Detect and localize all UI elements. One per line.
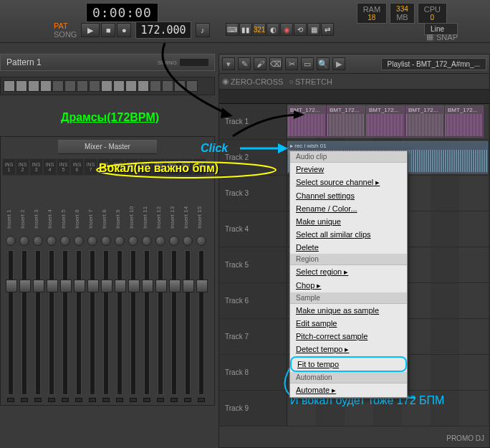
ins-label[interactable]: INS 3	[29, 158, 43, 176]
audio-clip[interactable]: BMT_172...	[366, 105, 405, 138]
insert-col[interactable]: Insert 10	[125, 193, 138, 229]
insert-col[interactable]: Insert 5	[57, 193, 70, 229]
fader[interactable]	[31, 236, 44, 402]
fader[interactable]	[99, 236, 112, 402]
fader[interactable]	[126, 236, 140, 402]
pat-song-toggle[interactable]: PAT SONG	[54, 22, 77, 39]
menu-pitch-correct[interactable]: Pitch-correct sample	[290, 330, 407, 343]
mixer-title[interactable]: Mixer - Master	[58, 140, 157, 154]
insert-col[interactable]: Insert 4	[43, 193, 57, 229]
track-label[interactable]: Track 1	[219, 104, 287, 139]
track-label[interactable]: Track 2	[219, 140, 287, 175]
insert-col[interactable]: Insert 7	[84, 193, 97, 229]
insert-col[interactable]: Insert 6	[70, 193, 84, 229]
ins-label[interactable]: INS 1	[2, 158, 16, 176]
swing-slider[interactable]	[180, 59, 208, 66]
context-menu: Audio clip Preview Select source channel…	[289, 151, 408, 398]
insert-col[interactable]: Insert 9	[111, 193, 125, 229]
play-button[interactable]: ▶	[81, 23, 100, 37]
fader[interactable]	[112, 236, 126, 402]
pl-cut-icon[interactable]: ✂	[285, 57, 298, 70]
pl-brush-icon[interactable]: 🖌	[254, 57, 266, 70]
pl-erase-icon[interactable]: ⌫	[269, 57, 282, 70]
ins-label[interactable]: INS 5	[57, 158, 70, 176]
track-label[interactable]: Track 8	[219, 355, 287, 390]
stop-button[interactable]: ■	[101, 23, 115, 37]
audio-clip[interactable]: BMT_172...	[445, 105, 484, 138]
menu-automate[interactable]: Automate ▸	[290, 383, 407, 397]
countdown-icon[interactable]: 321	[253, 23, 266, 36]
pl-zoom-icon[interactable]: 🔍	[317, 57, 330, 70]
annotation-click: Click	[201, 142, 228, 155]
menu-delete[interactable]: Delete	[290, 241, 407, 254]
track-label[interactable]: Track 7	[219, 319, 287, 354]
fader[interactable]	[85, 236, 99, 402]
insert-col[interactable]: Insert 14	[179, 193, 193, 229]
track-content[interactable]: BMT_172...BMT_172...BMT_172...BMT_172...…	[287, 104, 489, 139]
menu-preview[interactable]: Preview	[290, 163, 407, 176]
fader[interactable]	[58, 236, 72, 402]
time-display[interactable]: 0:00:00	[86, 3, 158, 22]
metronome-icon[interactable]: ▮▮	[239, 23, 252, 36]
menu-fit-to-tempo[interactable]: Fit to tempo	[290, 356, 407, 372]
insert-col[interactable]: Insert 2	[16, 193, 29, 229]
fader[interactable]	[17, 236, 31, 402]
fader[interactable]	[44, 236, 58, 402]
fader[interactable]	[181, 236, 194, 402]
menu-edit-sample[interactable]: Edit sample	[290, 317, 407, 330]
zerocross-toggle[interactable]: ◉ZERO-CROSS	[222, 77, 283, 86]
pl-select-icon[interactable]: ▭	[301, 57, 314, 70]
fader[interactable]	[153, 236, 167, 402]
insert-col[interactable]: Insert 13	[165, 193, 179, 229]
pattern-title[interactable]: Pattern 1	[6, 57, 42, 67]
audio-clip[interactable]: BMT_172...	[327, 105, 365, 138]
step-sequencer[interactable]	[0, 77, 215, 95]
audio-clip[interactable]: BMT_172...	[287, 105, 326, 138]
timeline-ruler[interactable]	[219, 90, 489, 104]
ins-label[interactable]: INS 6	[70, 158, 84, 176]
menu-rename[interactable]: Rename / Color...	[290, 202, 407, 215]
step-icon[interactable]: ▦	[307, 23, 320, 36]
track-label[interactable]: Track 4	[219, 211, 287, 247]
pl-play-icon[interactable]: ▶	[332, 57, 345, 70]
scroll-icon[interactable]: ⇄	[321, 23, 334, 36]
stretch-toggle[interactable]: ○STRETCH	[289, 77, 332, 86]
track-label[interactable]: Track 5	[219, 247, 287, 282]
pl-draw-icon[interactable]: ✎	[238, 57, 251, 70]
fader[interactable]	[140, 236, 153, 402]
playlist-title[interactable]: Playlist - BMT_172_A#mn_...	[381, 58, 487, 70]
ins-label[interactable]: INS 2	[16, 158, 29, 176]
insert-col[interactable]: Insert 11	[138, 193, 152, 229]
record-button[interactable]: ●	[117, 23, 131, 37]
insert-col[interactable]: Insert 3	[29, 193, 43, 229]
insert-col[interactable]: Insert 12	[152, 193, 165, 229]
tempo-tap[interactable]: ♪	[196, 23, 210, 37]
ins-label[interactable]: INS 4	[43, 158, 57, 176]
fader[interactable]	[4, 236, 17, 402]
menu-make-unique-sample[interactable]: Make unique as sample	[290, 304, 407, 317]
menu-select-region[interactable]: Select region ▸	[290, 265, 407, 279]
audio-clip[interactable]: BMT_172...	[405, 105, 444, 138]
menu-select-similar[interactable]: Select all similar clips	[290, 228, 407, 241]
fader[interactable]	[194, 236, 208, 402]
menu-detect-tempo[interactable]: Detect tempo ▸	[290, 343, 407, 356]
menu-make-unique[interactable]: Make unique	[290, 215, 407, 228]
menu-channel-settings[interactable]: Channel settings	[290, 189, 407, 202]
loop-rec-icon[interactable]: ⟲	[294, 23, 307, 36]
tempo-display[interactable]: 172.000	[135, 22, 191, 39]
insert-col[interactable]: Insert 8	[97, 193, 111, 229]
menu-chop[interactable]: Chop ▸	[290, 279, 407, 292]
wait-icon[interactable]: ◐	[266, 23, 279, 36]
blend-rec-icon[interactable]: ◉	[280, 23, 293, 36]
insert-col[interactable]: Insert 15	[193, 193, 206, 229]
menu-select-source[interactable]: Select source channel ▸	[290, 176, 407, 189]
typing-kb-icon[interactable]: ⌨	[226, 23, 239, 36]
track-label[interactable]: Track 6	[219, 283, 287, 318]
pl-menu-icon[interactable]: ▾	[222, 57, 235, 70]
track-label[interactable]: Track 9	[219, 391, 287, 426]
insert-col[interactable]: Insert 1	[2, 193, 16, 229]
fader[interactable]	[167, 236, 181, 402]
fader[interactable]	[72, 236, 85, 402]
ins-label[interactable]: INS 7	[84, 158, 97, 176]
track-label[interactable]: Track 3	[219, 176, 287, 211]
